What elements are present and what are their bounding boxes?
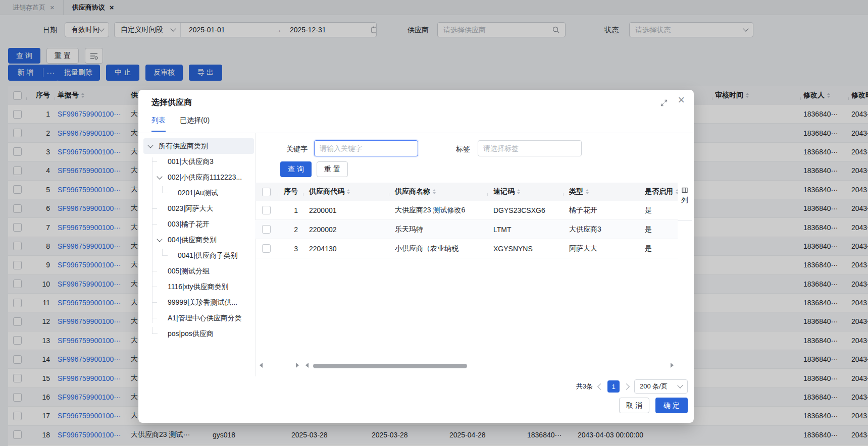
- tab-selected[interactable]: 已选择(0): [180, 116, 210, 132]
- col-enabled[interactable]: 是否启用: [639, 187, 678, 196]
- cell-seq: 1: [278, 206, 303, 214]
- cell-supplier-code: 2204130: [303, 245, 389, 253]
- table-row[interactable]: 3 2204130 小供应商（农业纳税 XGYSNYNS 阿萨大大 是: [255, 239, 678, 258]
- row-checkbox[interactable]: [262, 244, 271, 253]
- row-checkbox[interactable]: [262, 206, 271, 214]
- tree-item-label: 002|小供应商1112223...: [168, 173, 242, 182]
- tree-item-prefix-icon[interactable]: [168, 248, 178, 263]
- tree-item-prefix-icon[interactable]: [158, 326, 168, 342]
- tree-item-prefix-icon[interactable]: [158, 201, 168, 216]
- total-count: 共3条: [576, 382, 593, 391]
- tree-item-prefix-icon[interactable]: [168, 185, 178, 201]
- tree-item-label: 所有供应商类别: [159, 142, 208, 151]
- keyword-label: 关键字: [286, 145, 308, 154]
- col-seq: 序号: [278, 187, 303, 196]
- scroll-right-arrow[interactable]: [296, 363, 299, 368]
- cell-enabled: 是: [639, 244, 678, 253]
- page-number-button[interactable]: 1: [607, 380, 620, 393]
- column-tab-label: 列: [681, 196, 688, 205]
- pagination: 共3条 1 200 条/页: [576, 379, 688, 394]
- tree-item[interactable]: 0201|Au测试: [143, 185, 254, 201]
- tree-item-prefix-icon[interactable]: [158, 170, 168, 185]
- tree-item[interactable]: A1|管理中心供应商分类: [143, 310, 254, 326]
- supplier-table-header: 序号 供应商代码 供应商名称 速记码 类型 是否启用: [255, 183, 678, 201]
- tree-item-prefix-icon[interactable]: [158, 263, 168, 279]
- cell-supplier-name: 乐天玛特: [389, 225, 487, 234]
- tree-item-label: A1|管理中心供应商分类: [168, 314, 242, 323]
- scroll-left-arrow[interactable]: [260, 363, 263, 368]
- col-mnemonic[interactable]: 速记码: [487, 187, 563, 196]
- tree-item-label: pos|pos供应商: [168, 329, 214, 339]
- modal-reset-button[interactable]: 重 置: [317, 161, 348, 177]
- close-icon[interactable]: ×: [678, 94, 685, 106]
- tree-item-label: 004|供应商类别: [168, 236, 217, 245]
- modal-search-button[interactable]: 查 询: [280, 161, 312, 177]
- tag-label: 标签: [456, 145, 470, 154]
- table-row[interactable]: 2 2200002 乐天玛特 LTMT 大供应商3 是: [255, 220, 678, 239]
- col-supplier-name[interactable]: 供应商名称: [389, 187, 487, 196]
- cell-type: 大供应商3: [563, 225, 639, 234]
- scroll-left-arrow[interactable]: [305, 363, 309, 368]
- tree-item[interactable]: pos|pos供应商: [143, 326, 254, 342]
- sort-icon: [517, 189, 520, 194]
- tree-item-label: 0023|阿萨大大: [168, 204, 214, 213]
- prev-page-icon[interactable]: [597, 383, 604, 390]
- cell-mnemonic: XGYSNYNS: [487, 245, 563, 253]
- chevron-down-icon: [677, 382, 683, 388]
- tree-item-prefix-icon[interactable]: [148, 138, 159, 154]
- cell-type: 橘子花开: [563, 206, 639, 215]
- cell-type: 阿萨大大: [563, 244, 639, 253]
- cell-supplier-code: 2200001: [303, 206, 389, 214]
- tree-item-label: 0041|供应商子类别: [178, 251, 238, 260]
- fullscreen-icon[interactable]: [660, 99, 668, 106]
- tree-item-prefix-icon[interactable]: [158, 295, 168, 310]
- tree-item[interactable]: 001|大供应商3: [143, 154, 254, 170]
- tree-item[interactable]: 004|供应商类别: [143, 232, 254, 248]
- tree-item-label: 1116|xty供应商类别: [168, 283, 229, 292]
- tree-item-prefix-icon[interactable]: [158, 154, 168, 170]
- next-page-icon[interactable]: [623, 383, 630, 390]
- tag-input[interactable]: [478, 140, 582, 156]
- table-row[interactable]: 1 2200001 大供应商23 测试修改6 DGYS23CSXG6 橘子花开 …: [255, 201, 678, 220]
- tree-item[interactable]: 0023|阿萨大大: [143, 201, 254, 216]
- tree-item[interactable]: 99999|美珍香测试供...: [143, 295, 254, 310]
- page-size-select[interactable]: 200 条/页: [634, 379, 688, 394]
- sort-icon: [586, 189, 589, 194]
- tree-item-label: 005|测试分组: [168, 267, 210, 276]
- keyword-input[interactable]: [314, 140, 418, 156]
- cell-mnemonic: DGYS23CSXG6: [487, 206, 563, 214]
- tree-item-prefix-icon[interactable]: [158, 279, 168, 295]
- row-checkbox[interactable]: [262, 225, 271, 234]
- scroll-right-arrow[interactable]: [671, 363, 674, 368]
- tree-item-prefix-icon[interactable]: [158, 310, 168, 326]
- tree-item-label: 0201|Au测试: [178, 189, 218, 198]
- col-type[interactable]: 类型: [563, 187, 639, 196]
- tree-item[interactable]: 1116|xty供应商类别: [143, 279, 254, 295]
- cell-supplier-name: 小供应商（农业纳税: [389, 244, 487, 253]
- tree-item[interactable]: 002|小供应商1112223...: [143, 170, 254, 185]
- sort-icon: [347, 189, 350, 194]
- col-supplier-code[interactable]: 供应商代码: [303, 187, 389, 196]
- tree-item-prefix-icon[interactable]: [158, 232, 168, 248]
- supplier-table: 序号 供应商代码 供应商名称 速记码 类型 是否启用 1 2200001 大供应…: [255, 183, 678, 258]
- sort-icon: [433, 189, 436, 194]
- horizontal-scrollbar-thumb[interactable]: [313, 364, 467, 368]
- cell-seq: 2: [278, 226, 303, 234]
- cell-supplier-name: 大供应商23 测试修改6: [389, 206, 487, 215]
- select-all-checkbox[interactable]: [262, 188, 271, 196]
- tree-item[interactable]: 003|橘子花开: [143, 216, 254, 232]
- tab-list[interactable]: 列表: [151, 116, 166, 132]
- confirm-button[interactable]: 确 定: [655, 398, 688, 413]
- tree-item-prefix-icon[interactable]: [158, 216, 168, 232]
- cell-seq: 3: [278, 245, 303, 253]
- page-size-value: 200 条/页: [640, 382, 668, 391]
- tree-item[interactable]: 0041|供应商子类别: [143, 248, 254, 263]
- supplier-table-body: 1 2200001 大供应商23 测试修改6 DGYS23CSXG6 橘子花开 …: [255, 201, 678, 258]
- cell-mnemonic: LTMT: [487, 226, 563, 234]
- tree-item[interactable]: 所有供应商类别: [143, 138, 254, 154]
- tree-item-label: 99999|美珍香测试供...: [168, 298, 237, 307]
- tree-item[interactable]: 005|测试分组: [143, 263, 254, 279]
- column-settings-tab[interactable]: 列: [678, 183, 692, 221]
- cancel-button[interactable]: 取 消: [619, 398, 649, 413]
- modal-tabs: 列表 已选择(0): [151, 116, 210, 132]
